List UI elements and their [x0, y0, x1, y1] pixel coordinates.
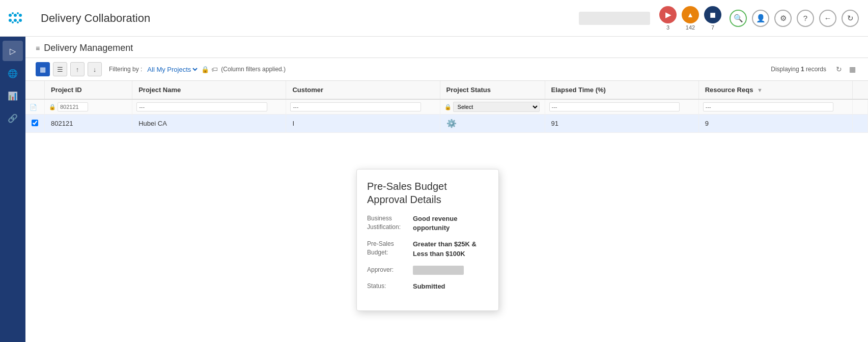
resource-filter-input[interactable]: [703, 102, 834, 111]
display-count: Displaying 1 records: [771, 66, 826, 73]
sidebar-item-dashboard[interactable]: 📊: [3, 86, 23, 106]
svg-point-6: [12, 12, 14, 14]
popup-title: Pre-Sales Budget Approval Details: [367, 180, 488, 206]
filter-tag-icon: 🏷: [211, 66, 218, 73]
sidebar-item-navigate[interactable]: ▷: [3, 41, 23, 61]
col-resource-reqs[interactable]: Resource Reqs ▼: [698, 81, 852, 99]
alert-orange-button[interactable]: ▲: [682, 6, 699, 23]
row-project-name: Hubei CA: [132, 115, 286, 133]
filter-cell-project-id: 🔒: [45, 99, 132, 115]
col-project-name[interactable]: Project Name: [132, 81, 286, 99]
cisco-logo: [8, 11, 35, 25]
popup-value-approver: [413, 266, 464, 275]
svg-point-5: [19, 19, 22, 22]
download-button[interactable]: ↓: [88, 62, 102, 76]
filter-cell-status: 🔒 Select: [440, 99, 545, 115]
col-project-id[interactable]: Project ID: [45, 81, 132, 99]
col-project-status[interactable]: Project Status: [440, 81, 545, 99]
user-nav-button[interactable]: 👤: [752, 10, 769, 27]
upload-button[interactable]: ↑: [70, 62, 85, 76]
filter-dropdown[interactable]: All My Projects All Projects: [145, 65, 199, 74]
sort-arrow-icon: ▼: [757, 87, 763, 93]
column-filters-note: (Column filters applied.): [221, 66, 286, 73]
alert-red-button[interactable]: ▶: [659, 6, 677, 23]
filter-cell-elapsed: [545, 99, 698, 115]
badge-group-1: ▶ 3: [659, 6, 677, 31]
row-actions: [853, 115, 868, 133]
badge-group-3: ◼ 7: [704, 6, 721, 31]
sidebar-item-global[interactable]: 🌐: [3, 63, 23, 83]
elapsed-filter-input[interactable]: [549, 102, 680, 111]
popup-label-status: Status:: [367, 282, 413, 291]
filter-cell-customer: [286, 99, 440, 115]
main-layout: ▷ 🌐 📊 🔗 ≡ Delivery Management ▦ ☰ ↑: [0, 37, 868, 342]
svg-point-3: [9, 19, 12, 22]
row-project-id: 802121: [45, 115, 132, 133]
back-nav-button[interactable]: ←: [819, 10, 836, 27]
popup-row-approver: Approver:: [367, 266, 488, 275]
svg-point-0: [9, 14, 12, 17]
popup-label-budget: Pre-SalesBudget:: [367, 240, 413, 258]
integrations-icon: 🔗: [8, 113, 18, 123]
col-checkbox: [25, 81, 45, 99]
svg-point-1: [14, 14, 17, 17]
customer-filter-input[interactable]: [290, 102, 421, 111]
svg-point-4: [14, 19, 17, 22]
filter-lock-icon-2: 🔒: [444, 104, 452, 110]
settings-nav-button[interactable]: ⚙: [774, 10, 792, 27]
filter-cell-checkbox: 📄: [25, 99, 45, 115]
alert-blue-button[interactable]: ◼: [704, 6, 721, 23]
help-nav-button[interactable]: ?: [797, 10, 814, 27]
popup-row-budget: Pre-SalesBudget: Greater than $25K & Les…: [367, 240, 488, 258]
row-resource: 9: [698, 115, 852, 133]
content-area: ≡ Delivery Management ▦ ☰ ↑ ↓ Filtering …: [25, 37, 868, 342]
svg-point-7: [17, 12, 19, 14]
row-checkbox-cell: [25, 115, 45, 133]
logo-area: Delivery Collaboration: [8, 11, 150, 25]
row-checkbox[interactable]: [32, 120, 38, 126]
page-title: Delivery Management: [44, 43, 133, 53]
popup-label-approver: Approver:: [367, 266, 413, 275]
project-id-filter-input[interactable]: [58, 102, 88, 111]
toolbar-right-buttons: ↻ ▦: [833, 64, 858, 75]
refresh-table-button[interactable]: ↻: [833, 64, 845, 75]
list-view-button[interactable]: ☰: [53, 62, 67, 76]
nav-right: ▶ 3 ▲ 142 ◼ 7 🔍 👤 ⚙ ? ← ↻: [579, 6, 860, 31]
filter-file-icon: 📄: [30, 104, 37, 111]
popup-row-status: Status: Submitted: [367, 282, 488, 291]
refresh-nav-button[interactable]: ↻: [842, 10, 859, 27]
app-title: Delivery Collaboration: [41, 12, 150, 25]
filter-lock-icon: 🔒: [49, 104, 56, 110]
filter-cell-actions: [853, 99, 868, 115]
svg-point-9: [17, 21, 19, 23]
navigate-icon: ▷: [10, 46, 16, 56]
grid-view-button[interactable]: ▦: [36, 62, 50, 76]
filter-label: Filtering by :: [109, 66, 142, 73]
columns-button[interactable]: ▦: [847, 64, 858, 75]
col-actions: [853, 81, 868, 99]
page-header: ≡ Delivery Management: [25, 37, 868, 58]
popup-value-justification: Good revenue opportunity: [413, 214, 488, 233]
popup-presales-budget: Pre-Sales Budget Approval Details Busine…: [356, 169, 499, 311]
popup-row-justification: BusinessJustification: Good revenue oppo…: [367, 214, 488, 233]
svg-point-2: [19, 14, 22, 17]
sidebar-item-integrations[interactable]: 🔗: [3, 108, 23, 128]
list-icon: ☰: [57, 66, 63, 73]
download-icon: ↓: [93, 66, 97, 73]
row-elapsed: 91: [545, 115, 698, 133]
grid-icon: ▦: [40, 66, 46, 73]
toolbar: ▦ ☰ ↑ ↓ Filtering by : All My Projects A…: [25, 58, 868, 81]
popup-value-budget: Greater than $25K & Less than $100K: [413, 240, 488, 258]
projects-table: Project ID Project Name Customer Project…: [25, 81, 868, 133]
dashboard-icon: 📊: [8, 91, 18, 101]
sidebar: ▷ 🌐 📊 🔗: [0, 37, 25, 342]
row-customer: I: [286, 115, 440, 133]
badge-count-3: 7: [711, 24, 714, 31]
col-elapsed-time[interactable]: Elapsed Time (%): [545, 81, 698, 99]
table-row[interactable]: 802121 Hubei CA I ⚙️ 91: [25, 115, 868, 133]
search-nav-button[interactable]: 🔍: [730, 10, 747, 27]
col-customer[interactable]: Customer: [286, 81, 440, 99]
gear-status-icon[interactable]: ⚙️: [446, 119, 457, 128]
status-filter-select[interactable]: Select: [453, 102, 540, 112]
project-name-filter-input[interactable]: [136, 102, 267, 111]
